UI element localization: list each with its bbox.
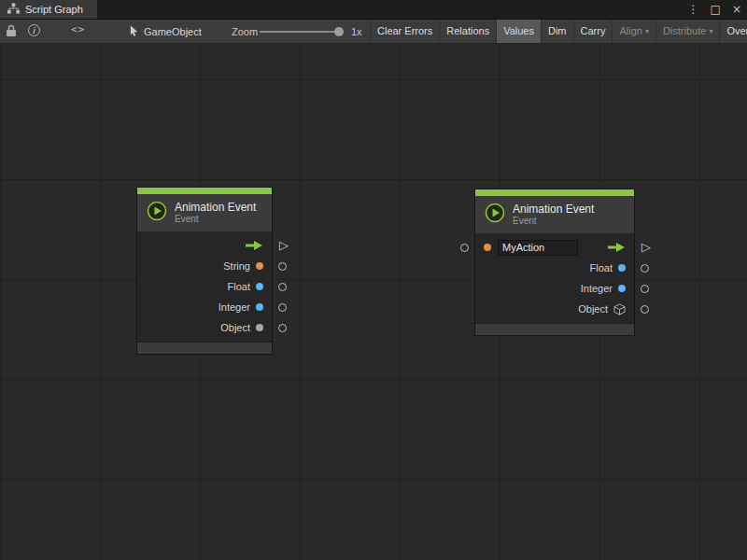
node-body: ▷ Float Integer Object	[475, 233, 634, 323]
action-name-input[interactable]	[498, 240, 578, 256]
node-footer	[475, 323, 634, 335]
node-header[interactable]: Animation Event Event	[137, 194, 272, 231]
close-icon[interactable]: ×	[732, 0, 741, 19]
tab-script-graph[interactable]: Script Graph	[0, 0, 97, 19]
node-color-bar	[475, 189, 634, 196]
zoom-slider-track[interactable]	[260, 31, 344, 33]
output-row-integer: Integer	[475, 278, 634, 299]
graph-canvas[interactable]: Animation Event Event ▷ String Floa	[0, 44, 747, 560]
values-button[interactable]: Values	[496, 20, 541, 43]
output-label: Integer	[218, 301, 250, 313]
overview-label: Overv	[726, 20, 747, 43]
node-footer	[137, 342, 272, 354]
control-flow-arrow-icon	[245, 240, 263, 251]
node-header[interactable]: Animation Event Event	[475, 196, 634, 233]
output-label: Float	[228, 281, 250, 292]
lock-icon[interactable]	[6, 24, 17, 37]
values-label: Values	[503, 20, 534, 43]
clear-errors-button[interactable]: Clear Errors	[370, 20, 439, 43]
relations-button[interactable]: Relations	[439, 20, 496, 43]
relations-label: Relations	[446, 20, 489, 43]
action-input-row: ▷	[475, 237, 634, 258]
overview-button[interactable]: Overv	[719, 20, 747, 43]
titlebar: Script Graph ⋮ □ ×	[0, 0, 747, 20]
event-play-icon	[485, 203, 505, 227]
gameobject-picker-icon[interactable]	[129, 24, 139, 37]
cube-icon	[613, 303, 626, 315]
dim-label: Dim	[548, 20, 567, 43]
control-output-port[interactable]: ▷	[279, 237, 289, 254]
menu-icon[interactable]: ⋮	[688, 0, 699, 19]
tab-title: Script Graph	[25, 4, 83, 15]
node-subtitle: Event	[175, 214, 256, 225]
integer-output-port[interactable]	[278, 303, 287, 312]
control-flow-arrow-icon	[607, 242, 626, 253]
carry-label: Carry	[581, 20, 606, 43]
graph-icon	[7, 1, 20, 18]
output-row-object: Object	[137, 317, 272, 338]
distribute-label: Distribute	[663, 20, 706, 43]
string-output-port[interactable]	[278, 262, 287, 271]
gameobject-label[interactable]: GameObject	[144, 26, 202, 37]
toolbar-buttons: Clear Errors Relations Values Dim Carry …	[370, 20, 747, 43]
output-row-object: Object	[475, 299, 634, 319]
node-title: Animation Event	[513, 203, 594, 216]
object-output-port[interactable]	[278, 324, 287, 332]
object-type-dot	[256, 324, 263, 331]
control-output-port[interactable]: ▷	[641, 239, 651, 256]
node-subtitle: Event	[513, 216, 594, 227]
float-type-dot	[256, 283, 263, 290]
object-output-port[interactable]	[641, 305, 649, 314]
align-button[interactable]: Align▾	[612, 20, 655, 43]
zoom-value: 1x	[351, 26, 362, 37]
window-controls: ⋮ □ ×	[688, 0, 741, 19]
node-title: Animation Event	[175, 201, 256, 214]
integer-type-dot	[256, 303, 263, 311]
output-label: Object	[578, 303, 608, 315]
output-row-float: Float	[137, 276, 272, 297]
dim-button[interactable]: Dim	[541, 20, 573, 43]
control-output-row: ▷	[137, 235, 272, 256]
zoom-slider[interactable]	[260, 27, 344, 36]
event-play-icon	[147, 201, 167, 225]
output-row-integer: Integer	[137, 297, 272, 317]
clear-errors-label: Clear Errors	[377, 20, 432, 43]
node-animation-event-1[interactable]: Animation Event Event ▷ String Floa	[136, 187, 273, 355]
node-titles: Animation Event Event	[175, 201, 256, 225]
node-color-bar	[137, 188, 272, 194]
output-row-float: Float	[475, 258, 634, 278]
distribute-button[interactable]: Distribute▾	[655, 20, 719, 43]
output-label: Float	[590, 262, 613, 273]
node-animation-event-2[interactable]: Animation Event Event ▷ Float	[474, 189, 635, 336]
maximize-icon[interactable]: □	[711, 0, 721, 19]
output-row-string: String	[137, 256, 272, 276]
carry-button[interactable]: Carry	[573, 20, 613, 43]
integer-type-dot	[618, 285, 626, 292]
node-titles: Animation Event Event	[513, 203, 594, 227]
code-view-icon[interactable]: <>	[71, 23, 85, 35]
output-label: Integer	[581, 283, 613, 294]
output-label: String	[223, 260, 250, 272]
float-type-dot	[618, 264, 626, 272]
output-label: Object	[220, 322, 250, 333]
chevron-down-icon: ▾	[709, 20, 712, 43]
node-body: ▷ String Float Integer	[137, 231, 272, 342]
string-type-dot	[484, 244, 491, 251]
script-graph-window: Script Graph ⋮ □ × i <> GameObject Zoom …	[0, 0, 747, 560]
toolbar: i <> GameObject Zoom 1x Clear Errors Rel…	[0, 20, 747, 44]
zoom-label: Zoom	[232, 26, 258, 37]
align-label: Align	[619, 20, 641, 43]
info-icon[interactable]: i	[28, 24, 40, 36]
float-output-port[interactable]	[641, 264, 649, 273]
float-output-port[interactable]	[278, 283, 287, 291]
string-type-dot	[256, 262, 263, 270]
integer-output-port[interactable]	[641, 285, 649, 293]
name-input-port[interactable]	[460, 244, 469, 252]
chevron-down-icon: ▾	[645, 20, 649, 43]
zoom-slider-knob[interactable]	[334, 27, 344, 36]
